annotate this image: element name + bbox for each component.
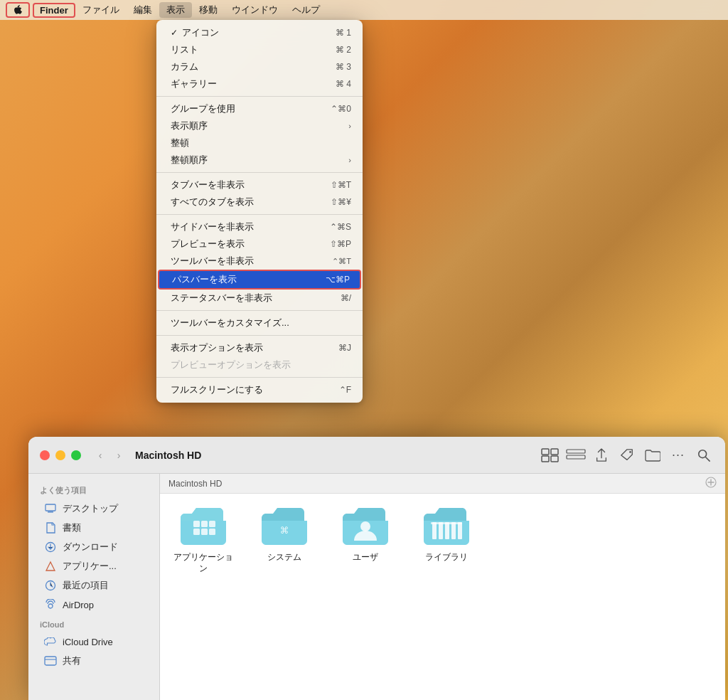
menu-item-show-view-options[interactable]: 表示オプションを表示 ⌘J bbox=[156, 339, 363, 356]
search-icon[interactable] bbox=[694, 445, 714, 465]
forward-button[interactable]: › bbox=[111, 447, 127, 463]
menu-item-label: パスバーを表示 bbox=[172, 273, 237, 286]
menu-separator bbox=[156, 214, 363, 215]
menu-item-shortcut: ⌘ 1 bbox=[336, 28, 351, 38]
finder-menu-item[interactable]: Finder bbox=[33, 3, 75, 18]
svg-rect-14 bbox=[45, 657, 56, 665]
sidebar-item-recents[interactable]: 最近の項目 bbox=[33, 576, 155, 595]
menu-item-shortcut: ⌘ 2 bbox=[336, 45, 351, 55]
view-menu-item[interactable]: 表示 bbox=[159, 2, 192, 18]
airdrop-icon bbox=[44, 598, 57, 611]
edit-menu-item[interactable]: 編集 bbox=[127, 2, 159, 18]
add-folder-button[interactable] bbox=[705, 477, 717, 490]
menu-item-label: フルスクリーンにする bbox=[171, 383, 263, 396]
menu-separator bbox=[156, 310, 363, 311]
apple-menu-button[interactable] bbox=[6, 2, 30, 18]
move-menu-item[interactable]: 移動 bbox=[192, 2, 225, 18]
apple-icon bbox=[13, 5, 23, 15]
sidebar-item-books[interactable]: 書類 bbox=[33, 519, 155, 537]
svg-rect-2 bbox=[542, 456, 549, 462]
sidebar-item-downloads[interactable]: ダウンロード bbox=[33, 538, 155, 556]
sidebar-item-shared[interactable]: 共有 bbox=[33, 652, 155, 670]
toolbar-icons: ··· bbox=[540, 445, 714, 465]
menu-item-tidy[interactable]: 整頓 bbox=[156, 134, 363, 152]
menu-item-label: ステータスバーを非表示 bbox=[171, 292, 272, 304]
svg-rect-22 bbox=[193, 529, 200, 535]
menu-item-label: 表示順序 bbox=[171, 120, 208, 132]
menu-item-hide-toolbar[interactable]: ツールバーを非表示 ⌃⌘T bbox=[156, 253, 363, 270]
menu-item-gallery-view[interactable]: ギャラリー ⌘ 4 bbox=[156, 75, 363, 92]
menu-separator bbox=[156, 377, 363, 378]
svg-rect-28 bbox=[439, 522, 443, 539]
maximize-button[interactable] bbox=[71, 450, 81, 460]
finder-content: よく使う項目 デスクトップ 書類 bbox=[28, 474, 725, 700]
download-icon bbox=[44, 541, 57, 553]
sidebar-item-icloud-drive[interactable]: iCloud Drive bbox=[33, 632, 155, 651]
window-menu-item[interactable]: ウインドウ bbox=[225, 2, 285, 18]
icloud-icon bbox=[44, 635, 57, 648]
menu-item-shortcut: ⇧⌘T bbox=[331, 180, 351, 190]
help-menu-item[interactable]: ヘルプ bbox=[285, 2, 327, 18]
menu-item-use-groups[interactable]: グループを使用 ⌃⌘0 bbox=[156, 100, 363, 117]
favorites-section-title: よく使う項目 bbox=[28, 479, 159, 499]
folder-item-system[interactable]: ⌘ システム bbox=[252, 505, 316, 563]
back-button[interactable]: ‹ bbox=[92, 447, 108, 463]
more-options-icon[interactable]: ··· bbox=[668, 445, 688, 465]
folder-icon[interactable] bbox=[643, 445, 663, 465]
menu-item-tidy-order[interactable]: 整頓順序 › bbox=[156, 152, 363, 169]
submenu-arrow: › bbox=[348, 122, 351, 130]
desktop: Finder ファイル 編集 表示 移動 ウインドウ ヘルプ アイコン ⌘ 1 … bbox=[0, 0, 728, 700]
sidebar-item-label: アプリケー... bbox=[63, 560, 117, 573]
folder-label: ライブラリ bbox=[425, 552, 468, 563]
view-dropdown-menu: アイコン ⌘ 1 リスト ⌘ 2 カラム ⌘ 3 ギャラリー ⌘ 4 グループを… bbox=[156, 20, 363, 403]
sidebar-item-airdrop[interactable]: AirDrop bbox=[33, 595, 155, 614]
menu-item-customize-toolbar[interactable]: ツールバーをカスタマイズ... bbox=[156, 314, 363, 332]
list-view-icon[interactable] bbox=[566, 445, 586, 465]
menu-item-label: ツールバーをカスタマイズ... bbox=[171, 317, 289, 329]
apps-icon bbox=[44, 560, 57, 573]
share-icon[interactable] bbox=[592, 445, 611, 465]
view-switcher-icon[interactable] bbox=[540, 445, 560, 465]
menu-item-column-view[interactable]: カラム ⌘ 3 bbox=[156, 58, 363, 75]
menu-item-fullscreen[interactable]: フルスクリーンにする ⌃F bbox=[156, 381, 363, 398]
svg-rect-29 bbox=[445, 522, 449, 539]
folder-item-library[interactable]: ライブラリ bbox=[414, 505, 478, 563]
file-menu-item[interactable]: ファイル bbox=[75, 2, 127, 18]
menu-item-show-preview[interactable]: プレビューを表示 ⇧⌘P bbox=[156, 235, 363, 253]
menu-item-sort-order[interactable]: 表示順序 › bbox=[156, 117, 363, 134]
menu-item-label: カラム bbox=[171, 60, 198, 73]
folder-icon-applications bbox=[178, 505, 229, 548]
menu-item-icon-view[interactable]: アイコン ⌘ 1 bbox=[156, 24, 363, 41]
sidebar-item-label: iCloud Drive bbox=[63, 637, 113, 647]
folder-item-applications[interactable]: アプリケーション bbox=[171, 505, 235, 574]
menu-item-show-pathbar[interactable]: パスバーを表示 ⌥⌘P bbox=[158, 270, 361, 290]
window-title: Macintosh HD bbox=[135, 450, 201, 461]
submenu-arrow: › bbox=[348, 156, 351, 164]
folder-icon-library bbox=[421, 505, 472, 548]
menu-item-hide-statusbar[interactable]: ステータスバーを非表示 ⌘/ bbox=[156, 290, 363, 307]
sidebar-item-desktop[interactable]: デスクトップ bbox=[33, 499, 155, 518]
menu-item-show-preview-options: プレビューオプションを表示 bbox=[156, 356, 363, 373]
doc-icon bbox=[44, 521, 57, 534]
folder-item-users[interactable]: ユーザ bbox=[333, 505, 397, 563]
menu-item-label: プレビューを表示 bbox=[171, 238, 245, 250]
menu-item-list-view[interactable]: リスト ⌘ 2 bbox=[156, 41, 363, 58]
search-icon-svg bbox=[697, 449, 710, 462]
menu-item-hide-sidebar[interactable]: サイドバーを非表示 ⌃⌘S bbox=[156, 218, 363, 235]
minimize-button[interactable] bbox=[55, 450, 65, 460]
menu-item-shortcut: ⌃⌘0 bbox=[331, 104, 351, 114]
menu-item-label: 整頓 bbox=[171, 137, 189, 149]
list-icon bbox=[566, 448, 586, 462]
icloud-section-title: iCloud bbox=[28, 615, 159, 632]
sidebar-item-applications[interactable]: アプリケー... bbox=[33, 557, 155, 576]
svg-line-8 bbox=[706, 457, 710, 460]
menu-separator bbox=[156, 172, 363, 173]
menu-item-shortcut: ⌘ 4 bbox=[336, 79, 351, 89]
tag-icon[interactable] bbox=[617, 445, 637, 465]
menu-item-hide-tabbar[interactable]: タブバーを非表示 ⇧⌘T bbox=[156, 176, 363, 193]
menu-item-show-all-tabs[interactable]: すべてのタブを表示 ⇧⌘¥ bbox=[156, 193, 363, 211]
close-button[interactable] bbox=[40, 450, 50, 460]
tag-icon-svg bbox=[620, 448, 634, 462]
svg-rect-5 bbox=[567, 455, 585, 459]
svg-rect-30 bbox=[451, 522, 456, 539]
